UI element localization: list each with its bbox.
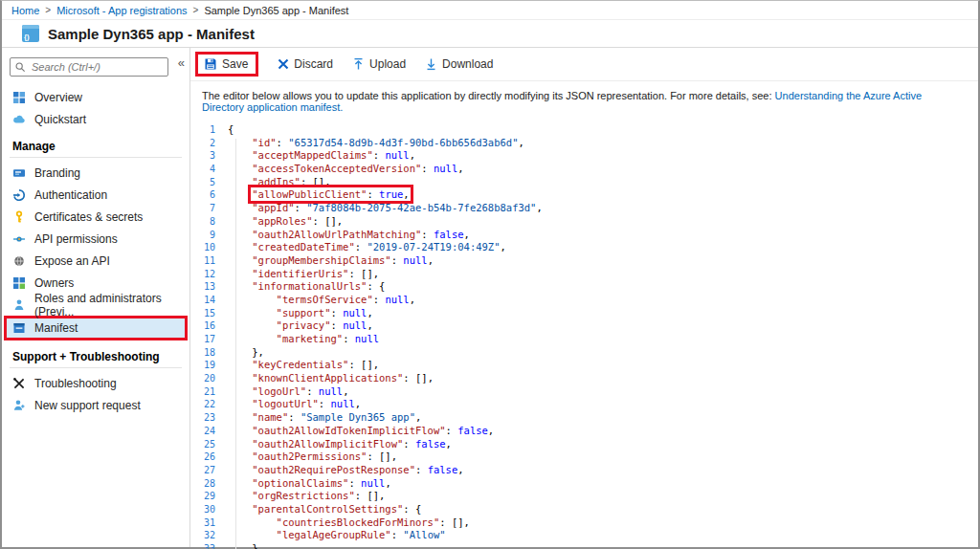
code-text[interactable]: "oauth2RequirePostResponse": false, bbox=[228, 464, 464, 477]
editor-line[interactable]: 2 "id": "65317d54-8d9b-4d3f-90bd-6bb656d… bbox=[190, 137, 978, 150]
code-text[interactable]: { bbox=[228, 123, 234, 137]
code-text[interactable]: "acceptMappedClaims": null, bbox=[228, 149, 415, 163]
editor-line[interactable]: 27 "oauth2RequirePostResponse": false, bbox=[190, 464, 978, 477]
editor-line[interactable]: 24 "oauth2AllowIdTokenImplicitFlow": fal… bbox=[190, 425, 978, 438]
code-text[interactable]: "accessTokenAcceptedVersion": null, bbox=[228, 163, 464, 176]
download-button[interactable]: Download bbox=[425, 57, 493, 71]
sidebar-item-overview[interactable]: Overview bbox=[2, 86, 189, 108]
code-text[interactable]: }, bbox=[228, 346, 264, 360]
editor-line[interactable]: 32 "legalAgeGroupRule": "Allow" bbox=[190, 529, 978, 542]
editor-line[interactable]: 16 "privacy": null, bbox=[190, 319, 978, 333]
editor-line[interactable]: 29 "orgRestrictions": [], bbox=[190, 490, 978, 503]
code-text[interactable]: "privacy": null, bbox=[228, 319, 373, 333]
sidebar-item-troubleshooting[interactable]: Troubleshooting bbox=[2, 372, 189, 394]
editor-line[interactable]: 22 "logoutUrl": null, bbox=[190, 398, 978, 411]
sidebar-item-new-support-request[interactable]: New support request bbox=[2, 394, 189, 416]
sidebar-item-api-permissions[interactable]: API permissions bbox=[2, 228, 189, 250]
save-button[interactable]: Save bbox=[195, 52, 258, 77]
code-text[interactable]: "groupMembershipClaims": null, bbox=[228, 254, 434, 268]
line-number: 23 bbox=[190, 411, 215, 425]
page-title: Sample Dyn365 app - Manifest bbox=[48, 26, 255, 42]
code-text[interactable]: "oauth2AllowUrlPathMatching": false, bbox=[228, 229, 470, 242]
sidebar-item-certificates-secrets[interactable]: Certificates & secrets bbox=[2, 206, 189, 228]
code-text[interactable]: "countriesBlockedForMinors": [], bbox=[228, 516, 470, 530]
code-text[interactable]: "allowPublicClient": true, bbox=[228, 188, 410, 202]
sidebar-item-expose-api[interactable]: Expose an API bbox=[2, 250, 189, 272]
editor-line[interactable]: 9 "oauth2AllowUrlPathMatching": false, bbox=[190, 229, 978, 242]
sidebar-item-authentication[interactable]: Authentication bbox=[2, 184, 189, 206]
editor-line[interactable]: 14 "termsOfService": null, bbox=[190, 294, 978, 307]
editor-line[interactable]: 6 "allowPublicClient": true, bbox=[190, 188, 978, 202]
editor-line[interactable]: 12 "identifierUris": [], bbox=[190, 268, 978, 281]
discard-button-label: Discard bbox=[294, 57, 333, 71]
json-editor[interactable]: 1{2 "id": "65317d54-8d9b-4d3f-90bd-6bb65… bbox=[190, 123, 978, 549]
upload-button[interactable]: Upload bbox=[352, 57, 406, 71]
line-number: 33 bbox=[190, 542, 215, 549]
line-number: 11 bbox=[190, 254, 215, 268]
code-text[interactable]: "logoUrl": null, bbox=[228, 385, 348, 399]
editor-line[interactable]: 18 }, bbox=[190, 346, 978, 360]
editor-line[interactable]: 30 "parentalControlSettings": { bbox=[190, 503, 978, 516]
code-text[interactable]: "oauth2AllowImplicitFlow": false, bbox=[228, 438, 452, 451]
code-text[interactable]: "keyCredentials": [], bbox=[228, 359, 379, 372]
code-text[interactable]: "identifierUris": [], bbox=[228, 268, 379, 281]
editor-line[interactable]: 19 "keyCredentials": [], bbox=[190, 359, 978, 372]
code-text[interactable]: "name": "Sample Dyn365 app", bbox=[228, 411, 421, 425]
editor-line[interactable]: 33 }, bbox=[190, 542, 978, 549]
sidebar-item-label: Troubleshooting bbox=[34, 377, 117, 390]
code-text[interactable]: "orgRestrictions": [], bbox=[228, 490, 385, 503]
editor-line[interactable]: 17 "marketing": null bbox=[190, 333, 978, 346]
sidebar-item-quickstart[interactable]: Quickstart bbox=[2, 108, 189, 130]
authentication-arrow-icon bbox=[12, 188, 26, 202]
line-number: 32 bbox=[190, 529, 215, 542]
editor-line[interactable]: 21 "logoUrl": null, bbox=[190, 385, 978, 399]
editor-line[interactable]: 8 "appRoles": [], bbox=[190, 215, 978, 229]
code-text[interactable]: "support": null, bbox=[228, 307, 373, 320]
sidebar-item-branding[interactable]: Branding bbox=[2, 162, 189, 184]
search-input[interactable] bbox=[10, 57, 168, 77]
editor-line[interactable]: 15 "support": null, bbox=[190, 307, 978, 320]
editor-line[interactable]: 26 "oauth2Permissions": [], bbox=[190, 450, 978, 464]
breadcrumb-app-registrations-link[interactable]: Microsoft - App registrations bbox=[56, 5, 187, 16]
code-text[interactable]: "termsOfService": null, bbox=[228, 294, 415, 307]
editor-line[interactable]: 4 "accessTokenAcceptedVersion": null, bbox=[190, 163, 978, 176]
code-text[interactable]: "informationalUrls": { bbox=[228, 280, 385, 294]
line-number: 27 bbox=[190, 464, 215, 477]
breadcrumb-home-link[interactable]: Home bbox=[11, 5, 39, 16]
editor-line[interactable]: 7 "appId": "7af8084b-2075-42ae-b54b-7fe2… bbox=[190, 202, 978, 215]
line-number: 8 bbox=[190, 215, 215, 229]
code-text[interactable]: "logoutUrl": null, bbox=[228, 398, 361, 411]
code-text[interactable]: "marketing": null bbox=[228, 333, 379, 346]
editor-line[interactable]: 11 "groupMembershipClaims": null, bbox=[190, 254, 978, 268]
editor-line[interactable]: 13 "informationalUrls": { bbox=[190, 280, 978, 294]
discard-button[interactable]: Discard bbox=[278, 57, 333, 71]
code-text[interactable]: "legalAgeGroupRule": "Allow" bbox=[228, 529, 446, 542]
editor-line[interactable]: 28 "optionalClaims": null, bbox=[190, 477, 978, 491]
code-text[interactable]: "parentalControlSettings": { bbox=[228, 503, 421, 516]
code-text[interactable]: "createdDateTime": "2019-07-24T19:04:49Z… bbox=[228, 241, 506, 254]
editor-line[interactable]: 3 "acceptMappedClaims": null, bbox=[190, 149, 978, 163]
code-text[interactable]: "appId": "7af8084b-2075-42ae-b54b-7fe268… bbox=[228, 202, 543, 215]
editor-line[interactable]: 5 "addIns": [], bbox=[190, 176, 978, 189]
code-text[interactable]: "optionalClaims": null, bbox=[228, 477, 391, 491]
code-text[interactable]: "knownClientApplications": [], bbox=[228, 372, 434, 385]
code-text[interactable]: "oauth2AllowIdTokenImplicitFlow": false, bbox=[228, 425, 494, 438]
code-text[interactable]: "appRoles": [], bbox=[228, 215, 343, 229]
code-text[interactable]: }, bbox=[228, 542, 264, 549]
editor-line[interactable]: 10 "createdDateTime": "2019-07-24T19:04:… bbox=[190, 241, 978, 254]
download-button-label: Download bbox=[442, 57, 493, 71]
code-text[interactable]: "addIns": [], bbox=[228, 176, 330, 189]
editor-line[interactable]: 1{ bbox=[190, 123, 978, 137]
code-text[interactable]: "id": "65317d54-8d9b-4d3f-90bd-6bb656d3a… bbox=[228, 137, 524, 150]
sidebar-item-roles-administrators[interactable]: Roles and administrators (Previ... bbox=[2, 294, 189, 316]
overview-grid-icon bbox=[12, 91, 26, 104]
editor-line[interactable]: 31 "countriesBlockedForMinors": [], bbox=[190, 516, 978, 530]
code-text[interactable]: "oauth2Permissions": [], bbox=[228, 450, 397, 464]
sidebar-item-manifest[interactable]: Manifest bbox=[4, 316, 188, 340]
blade-header: {) Sample Dyn365 app - Manifest bbox=[2, 20, 978, 48]
sidebar-collapse-chevron-icon[interactable]: « bbox=[178, 55, 185, 70]
line-number: 17 bbox=[190, 333, 215, 346]
editor-line[interactable]: 23 "name": "Sample Dyn365 app", bbox=[190, 411, 978, 425]
editor-line[interactable]: 25 "oauth2AllowImplicitFlow": false, bbox=[190, 438, 978, 451]
editor-line[interactable]: 20 "knownClientApplications": [], bbox=[190, 372, 978, 385]
